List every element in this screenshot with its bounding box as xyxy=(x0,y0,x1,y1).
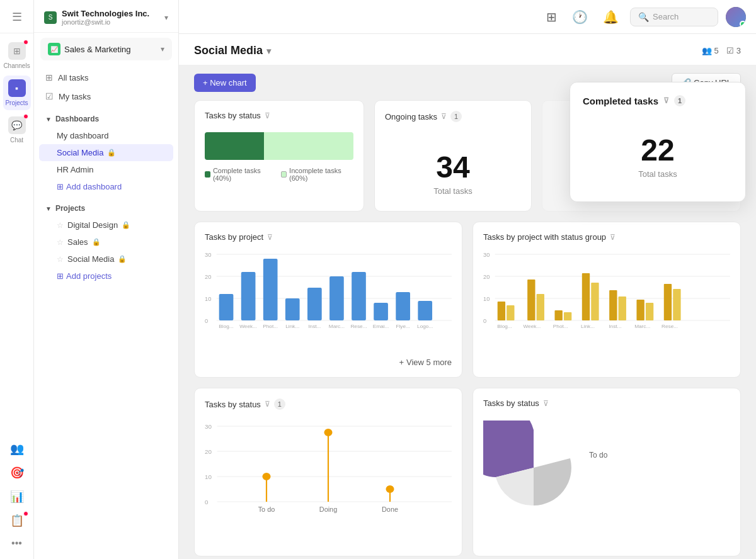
add-project-plus: ⊞ xyxy=(57,271,64,281)
bell-icon[interactable]: 🔔 xyxy=(599,6,622,28)
org-header[interactable]: S Swit Technologies Inc. jonortiz@swit.i… xyxy=(34,0,178,33)
star-icon: ☆ xyxy=(57,238,64,247)
svg-rect-50 xyxy=(619,296,626,320)
svg-rect-18 xyxy=(329,276,344,320)
pie-legend-label: To do xyxy=(589,451,607,460)
reports-badge xyxy=(23,511,28,516)
filter-icon[interactable]: ⊽ xyxy=(265,400,270,409)
filter-icon[interactable]: ⊽ xyxy=(441,112,447,121)
grid-icon[interactable]: ⊞ xyxy=(542,6,561,28)
filter-icon[interactable]: ⊽ xyxy=(610,233,616,242)
dashboard-hr-admin[interactable]: HR Admin xyxy=(39,161,173,178)
project-sales[interactable]: ☆ Sales 🔒 xyxy=(39,234,173,251)
bar-incomplete xyxy=(264,132,353,160)
svg-rect-20 xyxy=(352,272,366,320)
page-header: Social Media ▾ 👥 5 ☑ 3 xyxy=(179,34,756,65)
chart-header: Tasks by project ⊽ xyxy=(205,232,452,242)
sidebar-item-reports[interactable]: 📋 xyxy=(3,510,31,531)
add-dashboard-label: Add dashboard xyxy=(66,182,122,191)
completed-label: Total tasks xyxy=(583,169,733,179)
svg-text:Link...: Link... xyxy=(285,324,299,329)
svg-text:Week...: Week... xyxy=(523,324,541,329)
projects-header[interactable]: ▼ Projects xyxy=(39,200,173,217)
workspace-selector[interactable]: 📈 Sales & Marketing ▾ xyxy=(40,38,172,60)
sidebar-item-more[interactable]: ••• xyxy=(3,534,31,553)
svg-text:0: 0 xyxy=(205,318,208,324)
sidebar-item-goal[interactable]: 🎯 xyxy=(3,462,31,483)
project-lock-icon: 🔒 xyxy=(122,221,130,229)
sidebar-item-channels[interactable]: ⊞ Channels xyxy=(3,38,31,73)
pie-chart-area: To do xyxy=(483,415,730,520)
sidebar-item-menu[interactable]: ☰ xyxy=(3,6,31,28)
svg-rect-41 xyxy=(537,294,544,320)
my-tasks-label: My tasks xyxy=(59,92,91,101)
task-count-value: 3 xyxy=(736,46,741,55)
svg-text:To do: To do xyxy=(258,506,275,513)
chart-title: Ongoing tasks xyxy=(385,112,437,121)
workspace-name: Sales & Marketing xyxy=(64,45,131,54)
svg-text:Blog...: Blog... xyxy=(497,324,512,329)
search-box[interactable]: 🔍 Search xyxy=(630,8,718,26)
history-icon[interactable]: 🕐 xyxy=(568,6,592,28)
user-avatar[interactable] xyxy=(726,7,746,27)
svg-text:20: 20 xyxy=(205,274,211,280)
svg-text:Logo...: Logo... xyxy=(417,324,433,329)
project-name: Sales xyxy=(67,237,88,247)
legend-dot-incomplete xyxy=(281,171,287,178)
grouped-bar-chart-svg: 30 20 10 0 Blog... xyxy=(483,249,730,353)
project-social-media[interactable]: ☆ Social Media 🔒 xyxy=(39,251,173,268)
svg-rect-22 xyxy=(374,303,388,320)
page-title[interactable]: Social Media ▾ xyxy=(194,44,271,57)
svg-text:Phot...: Phot... xyxy=(553,324,568,329)
goal-icon: 🎯 xyxy=(10,466,24,480)
nav-all-tasks[interactable]: ⊞ All tasks xyxy=(39,68,173,87)
chart-title: Tasks by status xyxy=(205,400,261,409)
svg-text:0: 0 xyxy=(205,499,208,505)
nav-my-tasks[interactable]: ☑ My tasks xyxy=(39,87,173,106)
dashboard-my[interactable]: My dashboard xyxy=(39,127,173,144)
sidebar-item-projects[interactable]: ▪ Projects xyxy=(3,76,31,110)
sidebar-item-workload[interactable]: 📊 xyxy=(3,486,31,507)
pie-svg xyxy=(483,421,584,515)
dashboards-label: Dashboards xyxy=(55,115,99,123)
add-dashboard-button[interactable]: ⊞ Add dashboard xyxy=(39,178,173,195)
charts-row-2: Tasks by project ⊽ 30 20 10 0 xyxy=(194,222,741,378)
svg-rect-26 xyxy=(418,301,432,320)
svg-rect-8 xyxy=(219,294,234,320)
legend-incomplete: Incomplete tasks (60%) xyxy=(281,167,353,182)
all-tasks-label: All tasks xyxy=(58,73,88,82)
projects-arrow: ▼ xyxy=(45,205,52,212)
filter-badge: 1 xyxy=(450,111,462,122)
my-dashboard-label: My dashboard xyxy=(57,131,108,140)
member-count: 👥 5 xyxy=(702,46,719,55)
filter-icon[interactable]: ⊽ xyxy=(543,399,549,408)
search-placeholder: Search xyxy=(653,12,679,21)
svg-rect-40 xyxy=(527,280,535,320)
svg-text:Phot...: Phot... xyxy=(263,324,278,329)
dashboards-arrow: ▼ xyxy=(45,116,52,123)
project-digital-design[interactable]: ☆ Digital Design 🔒 xyxy=(39,217,173,234)
add-projects-button[interactable]: ⊞ Add projects xyxy=(39,268,173,285)
dashboard-social-media[interactable]: Social Media 🔒 xyxy=(39,144,173,161)
dashboards-header[interactable]: ▼ Dashboards xyxy=(39,111,173,127)
filter-icon[interactable]: ⊽ xyxy=(663,96,669,105)
chart-tasks-by-status-pie: Tasks by status ⊽ To do xyxy=(472,388,741,556)
add-projects-label: Add projects xyxy=(66,271,112,281)
all-tasks-icon: ⊞ xyxy=(45,72,53,82)
sidebar-item-people[interactable]: 👥 xyxy=(3,438,31,460)
chart-title: Tasks by project xyxy=(205,232,263,242)
chat-badge xyxy=(23,114,28,119)
svg-rect-55 xyxy=(664,284,672,320)
svg-rect-16 xyxy=(307,288,322,320)
chart-title: Tasks by status xyxy=(483,398,539,408)
new-chart-button[interactable]: + New chart xyxy=(194,74,256,92)
filter-icon[interactable]: ⊽ xyxy=(265,111,270,120)
sidebar-item-chat[interactable]: 💬 Chat xyxy=(3,113,31,147)
view-more-button[interactable]: + View 5 more xyxy=(205,353,452,367)
chart-tasks-by-status-lollipop: Tasks by status ⊽ 1 30 20 10 0 xyxy=(194,388,462,556)
project-name: Social Media xyxy=(67,254,114,264)
project-lock-icon: 🔒 xyxy=(118,255,127,263)
lock-icon: 🔒 xyxy=(107,149,116,157)
svg-text:20: 20 xyxy=(205,448,212,455)
filter-icon[interactable]: ⊽ xyxy=(267,233,273,242)
